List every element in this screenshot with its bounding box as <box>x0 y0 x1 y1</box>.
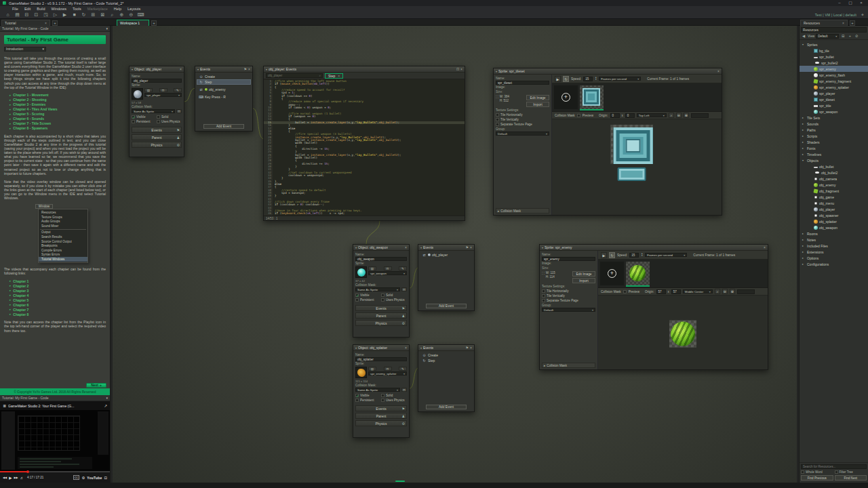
chapter-link[interactable]: Chapter 2 - Shooting <box>9 98 106 102</box>
new-project-icon[interactable]: ▤ <box>14 12 21 18</box>
height-value[interactable]: H: 512 <box>500 99 509 102</box>
collision-mask-dropdown[interactable]: Same As Sprite▾ <box>132 109 175 113</box>
resource-tree-item[interactable]: spr_enemy_fragment <box>800 78 868 84</box>
collapse-icon[interactable]: ▾ <box>420 246 422 249</box>
events-button[interactable]: Events⚑ <box>355 305 407 311</box>
texture-checkbox[interactable] <box>542 289 545 293</box>
close-icon[interactable]: × <box>764 245 766 249</box>
select-sprite-icon[interactable]: ⊡ <box>384 367 392 371</box>
resource-tree-item[interactable]: Timelines <box>800 151 868 157</box>
resource-tree-item[interactable]: obj_enemy <box>800 182 868 188</box>
tree-arrow-icon[interactable] <box>802 122 806 125</box>
visible-checkbox[interactable] <box>355 394 359 397</box>
tree-arrow-icon[interactable] <box>802 244 806 247</box>
loop-icon[interactable]: ↻ <box>609 252 615 258</box>
collision-mask-section[interactable]: ▸Collision Mask <box>496 208 549 214</box>
new-sprite-icon[interactable]: ▤ <box>368 266 376 270</box>
window-titlebar[interactable]: ▾ Events ⚑× <box>418 345 474 351</box>
collapse-icon[interactable]: ▾ <box>266 68 267 71</box>
sort-icon[interactable]: ⊟ <box>840 34 846 38</box>
collision-mask-dropdown[interactable]: Same As Sprite▾ <box>355 287 400 291</box>
add-event-button[interactable]: Add Event <box>203 124 244 129</box>
code-area[interactable]: 1//fire when pressing the left mouse but… <box>264 79 465 216</box>
add-frame-button[interactable]: + <box>600 262 624 285</box>
resource-tree-item[interactable]: Configurations <box>800 261 868 267</box>
resource-tree-item[interactable]: obj_menu <box>800 200 868 206</box>
titlebar[interactable]: GameMaker Studio 2 - v0.9.1.172 - My Fir… <box>0 0 868 6</box>
playlist-icon[interactable]: ≣ <box>3 403 6 408</box>
close-tab-icon[interactable]: × <box>338 74 340 78</box>
visible-checkbox[interactable] <box>355 293 359 297</box>
texture-checkbox[interactable] <box>542 294 545 298</box>
laptop-icon[interactable]: ⌨ <box>137 12 144 18</box>
chapter-link[interactable]: Chapter 6 <box>9 302 106 307</box>
goto-search-box[interactable]: obj_player ⌕ <box>266 73 323 78</box>
resource-tree-item[interactable]: spr_weapon <box>800 108 868 115</box>
physics-button[interactable]: Physics⚙ <box>355 320 407 326</box>
physics-button[interactable]: Physics⚙ <box>355 420 407 426</box>
filter-tree-checkbox[interactable] <box>835 470 838 474</box>
resource-tree-item[interactable]: obj_weapon <box>800 224 868 230</box>
collapse-icon[interactable]: ▾ <box>355 346 357 350</box>
resource-tree-item[interactable]: Notes <box>800 237 868 243</box>
width-value[interactable]: W: 115 <box>546 271 555 274</box>
events-window-obj-weapon[interactable]: ▾ Events ⚑× obj_player Add Event <box>418 244 475 311</box>
uses-physics-checkbox[interactable] <box>381 399 384 402</box>
tree-arrow-icon[interactable] <box>802 159 806 162</box>
parent-button[interactable]: Parent♟ <box>355 413 407 419</box>
video-frame[interactable] <box>0 410 110 471</box>
zoom-level-input[interactable] <box>691 113 709 118</box>
captions-icon[interactable]: CC <box>73 475 80 480</box>
collision-mask-section[interactable]: ▸Collision Mask <box>542 363 595 368</box>
resource-tree-item[interactable]: Included Files <box>800 243 868 249</box>
add-group-icon[interactable]: + <box>847 34 852 38</box>
whole-word-checkbox[interactable] <box>801 470 804 474</box>
speed-input[interactable]: 15 <box>629 253 639 258</box>
preview-checkbox[interactable] <box>623 290 627 293</box>
save-project-icon[interactable]: ⊡ <box>33 12 40 18</box>
youtube-logo[interactable]: YouTube <box>87 476 102 480</box>
resource-tree-item[interactable]: Options <box>800 255 868 261</box>
zoom-out-icon[interactable]: ⊖ <box>127 12 135 18</box>
tree-arrow-icon[interactable] <box>802 128 806 131</box>
texture-icon[interactable]: ⊠ <box>99 12 106 18</box>
target-manager-icon[interactable]: ⌖ <box>861 12 864 18</box>
zoom-in-icon[interactable]: ⊕ <box>684 113 689 118</box>
chapter-link[interactable]: Chapter 4 <box>9 293 106 298</box>
chapter-dropdown[interactable]: Introduction ▾ <box>4 47 46 52</box>
edit-sprite-icon[interactable]: ✎ <box>174 88 182 92</box>
resource-tree-item[interactable]: Fonts <box>800 145 868 151</box>
height-value[interactable]: H: 114 <box>546 275 555 279</box>
back-icon[interactable]: ◀ <box>801 34 806 38</box>
solid-checkbox[interactable] <box>157 115 160 119</box>
play-icon[interactable]: ▶ <box>9 476 12 480</box>
sprite-name-input[interactable]: spr_tileset <box>496 81 549 85</box>
texture-group-dropdown[interactable]: Default▾ <box>496 131 549 136</box>
tutorial-panel-header[interactable]: Tutorial: My First Game - Code ▾ <box>0 26 110 32</box>
event-item[interactable]: Step <box>197 79 251 85</box>
tab-step-event[interactable]: Step × <box>325 73 343 79</box>
add-event-button[interactable]: Add Event <box>426 405 466 409</box>
play-animation-icon[interactable]: ▶ <box>601 252 607 258</box>
close-icon[interactable]: × <box>248 67 250 71</box>
solid-checkbox[interactable] <box>381 293 384 297</box>
select-sprite-icon[interactable]: ⊡ <box>384 266 392 270</box>
object-editor-obj-weapon[interactable]: ▾ Object: obj_weapon × Name: obj_weapon … <box>353 244 410 338</box>
maximize-button[interactable]: ▢ <box>846 0 854 6</box>
uses-physics-checkbox[interactable] <box>157 120 160 123</box>
code-editor-window[interactable]: ▾ obj_player: Events ⊡× obj_player ⌕ Ste… <box>263 66 465 221</box>
persistent-checkbox[interactable] <box>132 120 135 123</box>
close-icon[interactable]: × <box>405 346 407 350</box>
events-button[interactable]: Events⚑ <box>132 127 182 133</box>
edit-sprite-icon[interactable]: ✎ <box>399 266 407 270</box>
menu-item[interactable]: File <box>12 7 18 11</box>
target-config-icon[interactable]: ◳ <box>42 12 50 18</box>
zoom-out-icon[interactable]: ⊖ <box>676 113 682 118</box>
resource-tree-item[interactable]: Sounds <box>800 121 868 127</box>
add-event-button[interactable]: Add Event <box>426 304 466 308</box>
chapter-link[interactable]: Chapter 8 - Spawners <box>9 126 106 131</box>
add-tab-button[interactable]: + <box>850 20 855 26</box>
view-dropdown[interactable]: Default ▾ <box>816 34 839 39</box>
resource-tree-item[interactable]: spr_enemy_splatter <box>800 84 868 90</box>
event-item[interactable]: obj_enemy <box>197 87 251 92</box>
